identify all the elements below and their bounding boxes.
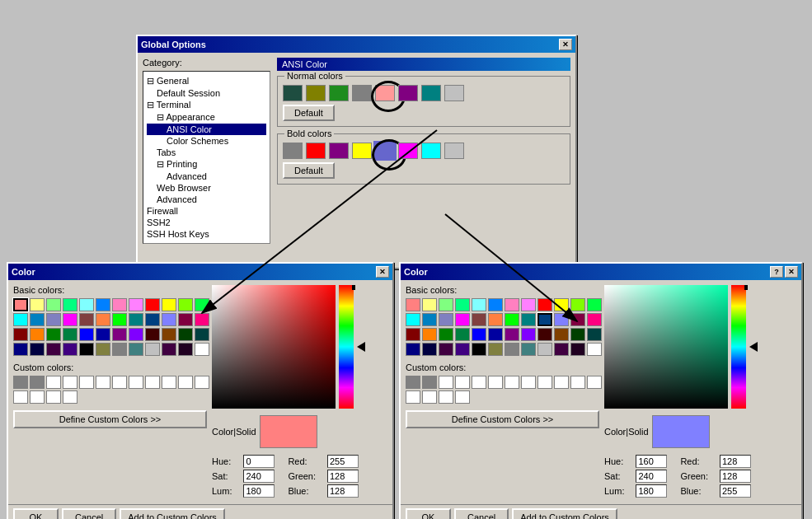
custom-cell[interactable] [129, 376, 143, 389]
bold-color-swatch-0[interactable] [283, 143, 303, 159]
sat-input-2[interactable] [636, 470, 667, 483]
basic-cell-8[interactable] [537, 298, 552, 311]
basic-cell-27[interactable] [63, 328, 77, 341]
basic-cell-7[interactable] [521, 298, 536, 311]
basic-cell-6[interactable] [112, 298, 127, 311]
ok-button-2[interactable]: OK [406, 508, 451, 519]
basic-cell-12[interactable] [13, 313, 28, 326]
basic-cell-34[interactable] [178, 328, 193, 341]
basic-cell-16[interactable] [79, 313, 94, 326]
custom-cell[interactable] [162, 376, 176, 389]
custom-cell[interactable] [537, 376, 552, 389]
basic-cell-19[interactable] [129, 313, 143, 326]
tree-general[interactable]: ⊟ General [147, 75, 266, 87]
basic-cell-18[interactable] [505, 313, 519, 326]
close-button-2[interactable]: ✕ [785, 266, 798, 278]
basic-cell-8[interactable] [145, 298, 160, 311]
basic-cell-40[interactable] [472, 343, 486, 356]
custom-cell[interactable] [30, 390, 45, 404]
basic-cell-3[interactable] [63, 298, 77, 311]
basic-cell-22[interactable] [178, 313, 193, 326]
basic-cell-19[interactable] [521, 313, 536, 326]
basic-cell-16[interactable] [472, 313, 486, 326]
basic-cell-3[interactable] [455, 298, 470, 311]
tree-advanced[interactable]: Advanced [147, 194, 266, 205]
basic-cell-17[interactable] [96, 313, 110, 326]
custom-cell[interactable] [79, 376, 94, 389]
add-to-custom-button-1[interactable]: Add to Custom Colors [120, 508, 225, 519]
basic-cell-14[interactable] [439, 313, 453, 326]
normal-default-button[interactable]: Default [283, 105, 335, 121]
basic-cell-34[interactable] [570, 328, 585, 341]
basic-cell-4[interactable] [472, 298, 486, 311]
add-to-custom-button-2[interactable]: Add to Custom Colors [512, 508, 617, 519]
hue-slider-1[interactable] [339, 285, 354, 409]
basic-cell-38[interactable] [439, 343, 453, 356]
basic-cell-24[interactable] [13, 328, 28, 341]
basic-cell-33[interactable] [554, 328, 569, 341]
basic-cell-39[interactable] [455, 343, 470, 356]
close-button[interactable]: ✕ [559, 39, 572, 50]
basic-cell-42[interactable] [112, 343, 127, 356]
define-custom-colors-button-2[interactable]: Define Custom Colors >> [406, 410, 599, 428]
basic-cell-1[interactable] [422, 298, 437, 311]
basic-cell-32[interactable] [537, 328, 552, 341]
normal-color-swatch-3[interactable] [352, 85, 372, 101]
basic-cell-41[interactable] [96, 343, 110, 356]
tree-tabs[interactable]: Tabs [147, 147, 266, 158]
basic-cell-5[interactable] [488, 298, 503, 311]
lum-input-1[interactable] [243, 484, 275, 498]
custom-cell[interactable] [587, 376, 602, 389]
custom-cell[interactable] [145, 376, 160, 389]
custom-cell[interactable] [13, 376, 28, 389]
basic-cell-38[interactable] [46, 343, 61, 356]
basic-cell-44[interactable] [145, 343, 160, 356]
custom-cell[interactable] [46, 376, 61, 389]
tree-default-session[interactable]: Default Session [147, 87, 266, 99]
custom-cell[interactable] [178, 376, 193, 389]
blue-input-1[interactable] [327, 484, 359, 498]
basic-cell-29[interactable] [488, 328, 503, 341]
lum-input-2[interactable] [636, 484, 667, 498]
basic-cell-46[interactable] [570, 343, 585, 356]
basic-cell-11[interactable] [195, 298, 209, 311]
basic-cell-45[interactable] [554, 343, 569, 356]
bold-color-swatch-7[interactable] [444, 143, 464, 159]
basic-cell-13[interactable] [30, 313, 45, 326]
bold-color-swatch-1[interactable] [306, 143, 326, 159]
bold-color-swatch-5[interactable] [398, 143, 418, 159]
basic-cell-17[interactable] [488, 313, 503, 326]
basic-cell-45[interactable] [162, 343, 176, 356]
basic-cell-42[interactable] [505, 343, 519, 356]
sat-input-1[interactable] [243, 470, 275, 483]
basic-cell-37[interactable] [422, 343, 437, 356]
normal-color-swatch-2[interactable] [329, 85, 349, 101]
basic-cell-6[interactable] [505, 298, 519, 311]
tree-ansi-color[interactable]: ANSI Color [147, 124, 266, 135]
bold-color-swatch-3[interactable] [352, 143, 372, 159]
normal-color-swatch-7[interactable] [444, 85, 464, 101]
basic-cell-40[interactable] [79, 343, 94, 356]
green-input-2[interactable] [720, 470, 751, 483]
basic-cell-30[interactable] [505, 328, 519, 341]
basic-cell-22[interactable] [570, 313, 585, 326]
hue-input-2[interactable] [636, 455, 667, 468]
basic-cell-23[interactable] [195, 313, 209, 326]
red-input-1[interactable] [327, 455, 359, 468]
basic-cell-0[interactable] [13, 298, 28, 311]
basic-cell-31[interactable] [521, 328, 536, 341]
red-input-2[interactable] [720, 455, 751, 468]
basic-cell-31[interactable] [129, 328, 143, 341]
tree-printing[interactable]: ⊟ Printing [147, 158, 266, 171]
bold-color-swatch-2[interactable] [329, 143, 349, 159]
custom-cell[interactable] [112, 376, 127, 389]
basic-cell-33[interactable] [162, 328, 176, 341]
green-input-1[interactable] [327, 470, 359, 483]
basic-cell-20[interactable] [145, 313, 160, 326]
basic-cell-1[interactable] [30, 298, 45, 311]
basic-cell-14[interactable] [46, 313, 61, 326]
custom-cell[interactable] [455, 390, 470, 404]
basic-cell-13[interactable] [422, 313, 437, 326]
custom-cell[interactable] [570, 376, 585, 389]
basic-cell-43[interactable] [129, 343, 143, 356]
